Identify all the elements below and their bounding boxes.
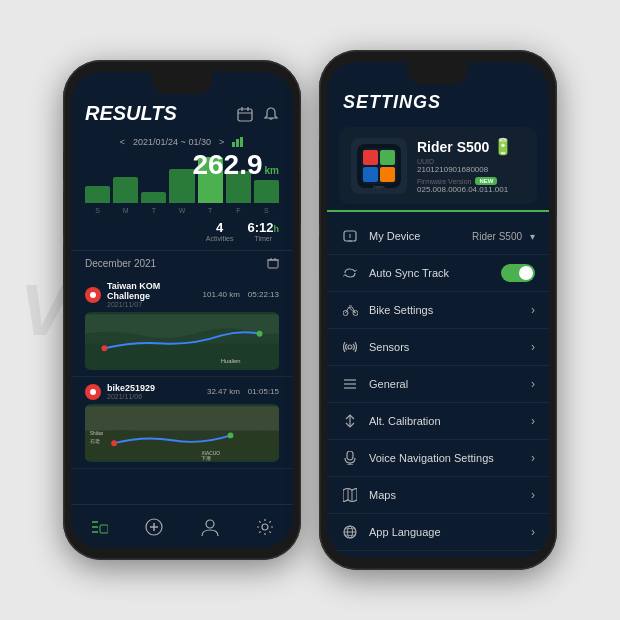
- chevron-icon-calibrate: ›: [531, 414, 535, 428]
- general-icon: [341, 375, 359, 393]
- power-button: [300, 170, 301, 225]
- chart-type-icon[interactable]: [232, 137, 244, 147]
- svg-text:bryton: bryton: [373, 184, 384, 189]
- trash-icon[interactable]: [267, 257, 279, 269]
- date-prev[interactable]: <: [120, 137, 125, 147]
- results-screen: RESULTS: [71, 72, 293, 548]
- bike-settings-row[interactable]: Bike Settings ›: [327, 292, 549, 329]
- auto-sync-toggle[interactable]: [501, 264, 535, 282]
- chevron-icon-maps: ›: [531, 488, 535, 502]
- results-title: RESULTS: [85, 102, 177, 125]
- bottom-nav: [71, 504, 293, 548]
- chart-day-1: M: [113, 207, 138, 214]
- activity-stats-2: 32.47 km 01:05:15: [207, 387, 279, 396]
- scene: V RESULTS: [0, 0, 620, 620]
- svg-rect-40: [380, 167, 395, 182]
- silent-button: [63, 245, 64, 290]
- settings-screen: SETTINGS: [327, 62, 549, 558]
- device-info: Rider S500 🔋 UUID 2101210901680008 Firmw…: [417, 137, 525, 194]
- firmware-label: Firmware Version NEW: [417, 177, 525, 185]
- map-icon: [341, 486, 359, 504]
- my-device-row[interactable]: My Device Rider S500 ▾: [327, 218, 549, 255]
- device-card: bryton Rider S500 🔋 UUID 210121090168000…: [339, 127, 537, 204]
- volume-up-button: [63, 150, 64, 180]
- alt-calibration-row[interactable]: Alt. Calibration ›: [327, 403, 549, 440]
- language-icon: [341, 523, 359, 541]
- activity-stats-1: 101.40 km 05:22:13: [203, 290, 280, 299]
- volume-down-button: [63, 190, 64, 235]
- chevron-icon-bike: ›: [531, 303, 535, 317]
- svg-text:Hualien: Hualien: [221, 358, 241, 364]
- date-next[interactable]: >: [219, 137, 224, 147]
- svg-point-15: [257, 331, 263, 337]
- activity-info-2: bike251929 2021/11/06: [107, 383, 201, 400]
- nav-list[interactable]: [87, 515, 111, 539]
- chart-bar-6: [254, 180, 279, 203]
- svg-rect-53: [347, 451, 353, 460]
- bike-icon: [341, 301, 359, 319]
- svg-rect-4: [232, 142, 235, 147]
- bell-icon: [263, 106, 279, 122]
- activity-item[interactable]: Taiwan KOM Challenge 2021/11/07 101.40 k…: [71, 275, 293, 377]
- device-image: bryton: [351, 138, 407, 194]
- watermark: V: [20, 269, 66, 351]
- my-device-value: Rider S500 ▾: [472, 231, 535, 242]
- svg-marker-56: [343, 488, 357, 502]
- calibrate-icon: [341, 412, 359, 430]
- total-distance: 262.9 km: [192, 151, 279, 179]
- r-volume-up-button: [319, 140, 320, 170]
- svg-text:石老: 石老: [90, 438, 100, 444]
- device-icon: [341, 227, 359, 245]
- chevron-icon-language: ›: [531, 525, 535, 539]
- r-power-button: [556, 160, 557, 215]
- activity-map-2: Shilao 石老 XIACUO 下厝: [85, 404, 279, 462]
- chart-days: SMTWTFS: [85, 207, 279, 214]
- svg-rect-7: [268, 260, 278, 268]
- svg-point-34: [262, 524, 268, 530]
- calendar-icon: [237, 106, 253, 122]
- dropdown-arrow: ▾: [530, 231, 535, 242]
- svg-text:下厝: 下厝: [201, 456, 211, 461]
- notch: [152, 72, 212, 94]
- chart-bar-0: [85, 186, 110, 203]
- chart-bar-1: [113, 177, 138, 203]
- svg-point-21: [228, 433, 234, 439]
- auto-sync-row[interactable]: Auto Sync Track: [327, 255, 549, 292]
- left-phone: RESULTS: [63, 60, 301, 560]
- green-divider: [327, 210, 549, 212]
- left-screen: RESULTS: [71, 72, 293, 548]
- chevron-icon-sensors: ›: [531, 340, 535, 354]
- settings-title: SETTINGS: [343, 92, 441, 112]
- chevron-icon-general: ›: [531, 377, 535, 391]
- svg-rect-37: [363, 150, 378, 165]
- chevron-icon-voice: ›: [531, 451, 535, 465]
- svg-point-11: [90, 292, 96, 298]
- activity-item-2[interactable]: bike251929 2021/11/06 32.47 km 01:05:15: [71, 377, 293, 469]
- activity-header-1: Taiwan KOM Challenge 2021/11/07 101.40 k…: [85, 281, 279, 308]
- battery-icon: 🔋: [493, 137, 513, 156]
- sensors-row[interactable]: Sensors ›: [327, 329, 549, 366]
- nav-user[interactable]: [198, 515, 222, 539]
- r-volume-down-button: [319, 180, 320, 225]
- sensor-icon: [341, 338, 359, 356]
- svg-rect-39: [363, 167, 378, 182]
- activity-icon-1: [85, 287, 101, 303]
- chart-bar-3: [169, 169, 194, 204]
- chart-day-4: T: [198, 207, 223, 214]
- right-screen: SETTINGS: [327, 62, 549, 558]
- general-row[interactable]: General ›: [327, 366, 549, 403]
- nav-add[interactable]: [142, 515, 166, 539]
- app-language-row[interactable]: App Language ›: [327, 514, 549, 551]
- r-notch: [408, 62, 468, 84]
- chart-day-2: T: [141, 207, 166, 214]
- r-silent-button: [319, 235, 320, 280]
- svg-rect-6: [240, 137, 243, 147]
- nav-settings[interactable]: [253, 515, 277, 539]
- voice-navigation-row[interactable]: Voice Navigation Settings ›: [327, 440, 549, 477]
- maps-row[interactable]: Maps ›: [327, 477, 549, 514]
- chart-day-3: W: [169, 207, 194, 214]
- header-icons: [237, 106, 279, 122]
- svg-point-14: [101, 345, 107, 351]
- right-phone: SETTINGS: [319, 50, 557, 570]
- activity-header-2: bike251929 2021/11/06 32.47 km 01:05:15: [85, 383, 279, 400]
